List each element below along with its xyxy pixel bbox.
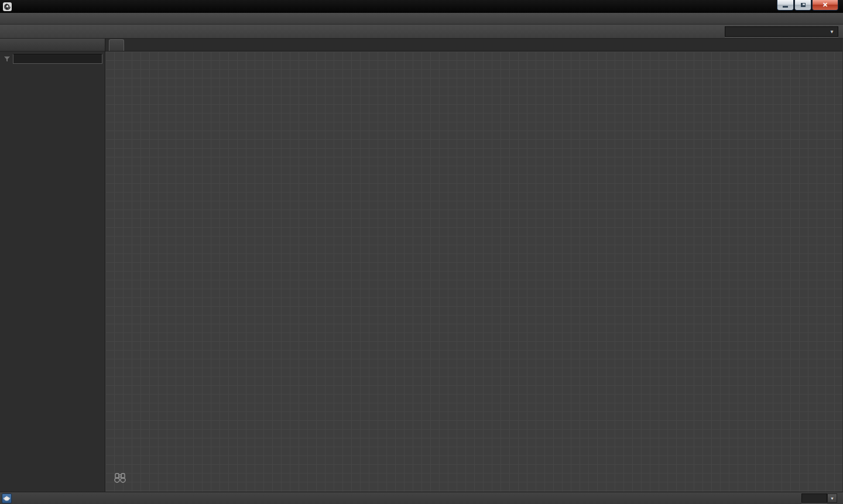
zoom-level-field[interactable] <box>801 493 827 503</box>
material-map-browser-panel <box>0 39 105 492</box>
search-input[interactable] <box>13 54 102 64</box>
slate-material-editor-window: ✕ ▼ <box>0 0 843 504</box>
minimize-button[interactable] <box>777 0 794 11</box>
restore-icon <box>801 3 806 7</box>
close-button[interactable]: ✕ <box>812 0 838 11</box>
max-logo-icon <box>3 2 12 11</box>
status-bar: ▼ <box>0 492 843 504</box>
main-toolbar: ▼ <box>0 25 843 39</box>
restore-button[interactable] <box>794 0 811 11</box>
close-icon: ✕ <box>823 1 828 9</box>
view-tab-strip <box>105 39 842 52</box>
filter-icon[interactable] <box>3 56 11 63</box>
tab-view1[interactable] <box>109 39 124 51</box>
binoculars-icon <box>114 473 126 484</box>
node-view-canvas <box>105 39 842 492</box>
menu-bar <box>0 13 843 25</box>
browser-header <box>0 39 105 52</box>
chevron-down-icon: ▼ <box>830 29 834 35</box>
title-bar: ✕ <box>0 0 843 13</box>
view-selector-dropdown[interactable]: ▼ <box>725 26 838 37</box>
zoom-level-dropdown-button[interactable]: ▼ <box>827 493 837 503</box>
render-teapot-icon[interactable] <box>2 493 12 503</box>
minimize-icon <box>783 6 788 8</box>
node-graph-area[interactable] <box>105 52 842 492</box>
